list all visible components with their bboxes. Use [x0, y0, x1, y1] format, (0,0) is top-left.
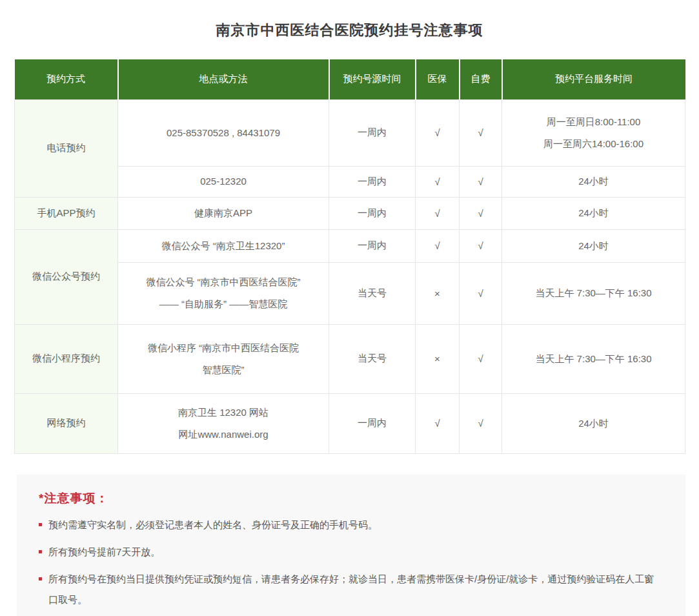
website-url: 网址www.nanwei.org	[125, 424, 322, 446]
window-cell: 一周内	[329, 393, 416, 453]
window-cell: 当天号	[329, 324, 416, 393]
service-time-cell: 24小时	[502, 393, 685, 453]
location-line: 智慧医院”	[125, 359, 322, 381]
note-text: 所有预约号提前7天开放。	[48, 542, 160, 562]
note-item: 预约需遵守实名制，必须登记患者本人的姓名、身份证号及正确的手机号码。	[39, 515, 664, 535]
table-row: 微信小程序预约 微信小程序 “南京市中西医结合医院 智慧医院” 当天号 × √ …	[15, 324, 685, 393]
zifei-cell: √	[460, 197, 502, 229]
yibao-cell: √	[416, 229, 460, 262]
service-time-line: 周一至周日8:00-11:00	[509, 111, 678, 133]
header-window: 预约号源时间	[329, 59, 416, 99]
zifei-cell: √	[460, 393, 502, 453]
notes-heading: *注意事项：	[39, 490, 664, 507]
service-time-line: 24小时	[509, 235, 678, 257]
service-time-cell: 24小时	[502, 166, 685, 197]
header-yibao: 医保	[416, 59, 460, 99]
table-row: 微信公众号预约 微信公众号 “南京卫生12320” 一周内 √ √ 24小时	[15, 229, 685, 262]
bullet-square-icon	[39, 577, 42, 580]
location-cell: 微信小程序 “南京市中西医结合医院 智慧医院”	[118, 324, 329, 393]
window-cell: 一周内	[329, 166, 416, 197]
service-time-line: 当天上午 7:30—下午 16:30	[509, 348, 678, 370]
location-cell: 健康南京APP	[118, 197, 329, 229]
header-service-time: 预约平台服务时间	[502, 59, 685, 99]
note-item: 所有预约号在预约当日提供预约凭证或预约短信，请患者务必保存好；就诊当日，患者需携…	[39, 569, 664, 610]
method-cell-phone: 电话预约	[15, 99, 118, 197]
service-time-cell: 24小时	[502, 197, 685, 229]
location-cell: 微信公众号 “南京市中西医结合医院” —— “自助服务” ——智慧医院	[118, 262, 329, 324]
header-zifei: 自费	[460, 59, 502, 99]
method-cell-wechat-miniprogram: 微信小程序预约	[15, 324, 118, 393]
service-time-line: 24小时	[509, 413, 678, 435]
table-row: 网络预约 南京卫生 12320 网站 网址www.nanwei.org 一周内 …	[15, 393, 685, 453]
table-header-row: 预约方式 地点或方法 预约号源时间 医保 自费 预约平台服务时间	[15, 59, 685, 99]
zifei-cell: √	[460, 166, 502, 197]
service-time-cell: 当天上午 7:30—下午 16:30	[502, 262, 685, 324]
location-line: 南京卫生 12320 网站	[125, 402, 322, 424]
page: 南京市中西医结合医院预约挂号注意事项 预约方式 地点或方法 预约号源时间 医保 …	[0, 0, 699, 616]
table-row: 电话预约 025-85370528 , 84431079 一周内 √ √ 周一至…	[15, 99, 685, 166]
zifei-cell: √	[460, 324, 502, 393]
location-line: 微信小程序 “南京市中西医结合医院	[125, 337, 322, 359]
service-time-line: 当天上午 7:30—下午 16:30	[509, 282, 678, 304]
header-location: 地点或方法	[118, 59, 329, 99]
yibao-cell: ×	[416, 324, 460, 393]
window-cell: 当天号	[329, 262, 416, 324]
location-cell: 微信公众号 “南京卫生12320”	[118, 229, 329, 262]
location-line: 健康南京APP	[125, 202, 322, 224]
service-time-line: 周一至周六14:00-16:00	[509, 133, 678, 155]
service-time-line: 24小时	[509, 202, 678, 224]
method-cell-web: 网络预约	[15, 393, 118, 453]
yibao-cell: √	[416, 166, 460, 197]
note-text: 预约需遵守实名制，必须登记患者本人的姓名、身份证号及正确的手机号码。	[48, 515, 378, 535]
window-cell: 一周内	[329, 99, 416, 166]
zifei-cell: √	[460, 262, 502, 324]
bullet-square-icon	[39, 523, 42, 526]
service-time-cell: 周一至周日8:00-11:00 周一至周六14:00-16:00	[502, 99, 685, 166]
location-cell: 025-85370528 , 84431079	[118, 99, 329, 166]
window-cell: 一周内	[329, 229, 416, 262]
zifei-cell: √	[460, 99, 502, 166]
page-title: 南京市中西医结合医院预约挂号注意事项	[0, 0, 699, 40]
location-line: 025-12320	[125, 170, 322, 192]
note-text: 所有预约号在预约当日提供预约凭证或预约短信，请患者务必保存好；就诊当日，患者需携…	[48, 569, 664, 610]
yibao-cell: √	[416, 99, 460, 166]
location-line: 微信公众号 “南京卫生12320”	[125, 235, 322, 257]
yibao-cell: √	[416, 393, 460, 453]
yibao-cell: √	[416, 197, 460, 229]
service-time-cell: 24小时	[502, 229, 685, 262]
notes-panel: *注意事项： 预约需遵守实名制，必须登记患者本人的姓名、身份证号及正确的手机号码…	[17, 475, 685, 616]
header-method: 预约方式	[15, 59, 118, 99]
location-line: 025-85370528 , 84431079	[125, 122, 322, 144]
zifei-cell: √	[460, 229, 502, 262]
bullet-square-icon	[39, 550, 42, 553]
location-line: 微信公众号 “南京市中西医结合医院”	[125, 271, 322, 293]
window-cell: 一周内	[329, 197, 416, 229]
location-line: —— “自助服务” ——智慧医院	[125, 293, 322, 315]
method-cell-app: 手机APP预约	[15, 197, 118, 229]
method-cell-wechat-official: 微信公众号预约	[15, 229, 118, 324]
location-cell: 南京卫生 12320 网站 网址www.nanwei.org	[118, 393, 329, 453]
table-row: 手机APP预约 健康南京APP 一周内 √ √ 24小时	[15, 197, 685, 229]
location-cell: 025-12320	[118, 166, 329, 197]
service-time-cell: 当天上午 7:30—下午 16:30	[502, 324, 685, 393]
yibao-cell: ×	[416, 262, 460, 324]
note-item: 所有预约号提前7天开放。	[39, 542, 664, 562]
booking-table: 预约方式 地点或方法 预约号源时间 医保 自费 预约平台服务时间 电话预约 02…	[14, 59, 685, 454]
service-time-line: 24小时	[509, 170, 678, 192]
